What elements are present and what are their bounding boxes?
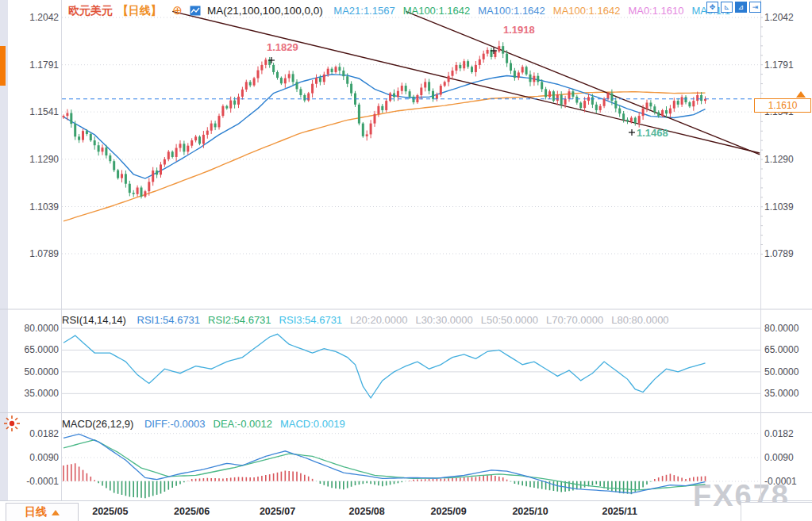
price-axis-label: 1.1541 — [25, 106, 59, 117]
rsi-value: RSI1:54.6731 — [137, 314, 201, 326]
macd-axis-label: -0.0001 — [14, 476, 59, 487]
macd-axis-label: 0.0182 — [764, 428, 794, 439]
rsi-axis-label: 80.0000 — [14, 323, 59, 334]
price-axis-label: 1.1791 — [25, 59, 59, 71]
price-axis-label: 1.0789 — [25, 248, 59, 259]
ma-value: MA100:1.1642 — [478, 5, 545, 17]
rsi-header: RSI(14,14,14) RSI1:54.6731RSI2:54.6731RS… — [62, 314, 685, 326]
rsi-axis-label: 80.0000 — [764, 323, 799, 334]
macd-axis-label: 0.0090 — [14, 452, 59, 463]
triangle-up-icon — [52, 510, 60, 515]
price-axis-label: 1.0789 — [764, 248, 794, 259]
ma-value: MA100:1.1642 — [403, 5, 471, 17]
rsi-axis-label: 50.0000 — [764, 366, 799, 377]
macd-title: MACD(26,12,9) — [62, 418, 133, 430]
price-chart-canvas[interactable] — [0, 0, 812, 521]
indicator-icon[interactable] — [190, 6, 201, 18]
add-compare-icon[interactable]: ⊕ — [172, 3, 183, 17]
ma-value: MA21:1.1567 — [333, 5, 394, 17]
macd-axis-label: 0.0090 — [764, 452, 794, 463]
rsi-axis-label: 65.0000 — [14, 344, 59, 355]
macd-value: DEA:-0.0012 — [214, 418, 272, 430]
price-axis-label: 1.1290 — [764, 154, 794, 165]
move-icon[interactable]: ✥ — [706, 2, 718, 13]
ma-value: MA0:1.1610 — [628, 5, 683, 17]
chart-toolbar: ✥⊾⊿⇥ — [706, 2, 761, 13]
rsi-values: RSI1:54.6731RSI2:54.6731RSI3:54.6731L20:… — [137, 314, 677, 326]
period-selector-button[interactable]: 日线 — [6, 503, 79, 521]
chart-window: FX678 欧元美元 【日线】 ⊕ MA(21,100,100,100,0,0)… — [0, 0, 812, 521]
rsi-title: RSI(14,14,14) — [62, 314, 126, 326]
macd-axis-label: -0.0001 — [764, 476, 797, 487]
period-selector-label: 日线 — [25, 505, 47, 519]
macd-values: DIFF:-0.0003DEA:-0.0012MACD:0.0019 — [144, 418, 353, 430]
price-axis-label: 1.2042 — [25, 12, 59, 23]
fit-horizontal-axis-icon[interactable]: ⊿ — [735, 2, 747, 13]
current-price-tag: 1.1610 — [754, 98, 811, 113]
period-tag: 【日线】 — [117, 4, 162, 17]
price-axis-label: 1.1290 — [25, 154, 59, 165]
price-axis-label: 1.1039 — [25, 201, 59, 213]
symbol-title: 欧元美元 — [68, 4, 113, 17]
price-annotation: 1.1829 — [267, 41, 298, 53]
rsi-axis-label: 50.0000 — [14, 366, 59, 377]
rsi-value: L20:20.0000 — [350, 314, 407, 326]
fit-vertical-axis-icon[interactable]: ⊾ — [721, 2, 733, 13]
pane-settings-sun-icon[interactable] — [2, 413, 22, 437]
main-chart-header: 欧元美元 【日线】 ⊕ MA(21,100,100,100,0,0) MA21:… — [68, 3, 746, 18]
ma-value: MA100:1.1642 — [553, 5, 621, 17]
price-annotation: 1.1468 — [637, 127, 668, 139]
rsi-axis-label: 35.0000 — [14, 388, 59, 399]
rsi-value: RSI2:54.6731 — [208, 314, 271, 326]
ma-settings-label: MA(21,100,100,100,0,0) — [207, 5, 323, 17]
rsi-value: L50:50.0000 — [481, 314, 538, 326]
price-up-arrow-icon — [796, 91, 806, 98]
axis-corner-box — [741, 502, 812, 521]
price-axis-label: 1.1039 — [764, 201, 794, 213]
rsi-value: L30:30.0000 — [415, 314, 472, 326]
macd-value: MACD:0.0019 — [280, 418, 345, 430]
rsi-value: RSI3:54.6731 — [279, 314, 343, 326]
price-annotation: 1.1918 — [503, 24, 535, 36]
pan-right-icon[interactable]: ⇥ — [749, 2, 761, 13]
price-axis-label: 1.2042 — [764, 12, 794, 23]
rsi-axis-label: 35.0000 — [764, 388, 799, 399]
price-axis-label: 1.1791 — [764, 59, 794, 71]
rsi-value: L80:80.0000 — [611, 314, 668, 326]
macd-header: MACD(26,12,9) DIFF:-0.0003DEA:-0.0012MAC… — [62, 418, 361, 430]
ma-values: MA21:1.1567MA100:1.1642MA100:1.1642MA100… — [333, 5, 738, 17]
macd-value: DIFF:-0.0003 — [144, 418, 206, 430]
rsi-axis-label: 65.0000 — [764, 344, 799, 355]
rsi-value: L70:70.0000 — [546, 314, 603, 326]
